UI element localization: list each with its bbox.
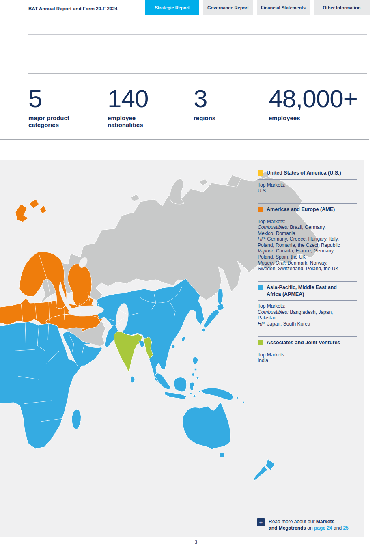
map-region-australia	[183, 402, 230, 449]
stat-value: 3	[194, 86, 215, 111]
legend-item-ame: Americas and Europe (AME)Top Markets:Com…	[258, 203, 357, 272]
map-region-taiwan	[181, 336, 186, 342]
report-page: BAT Annual Report and Form 20-F 2024 Str…	[0, 0, 392, 554]
tab-financial-statements[interactable]: Financial Statements	[257, 0, 310, 15]
stat-value: 5	[28, 86, 69, 111]
map-region-svalbard	[15, 199, 46, 222]
stat-value: 48,000+	[269, 86, 358, 111]
map-region-kyushu	[202, 328, 205, 332]
page-link[interactable]: 25	[343, 525, 348, 531]
apmea-color-swatch	[258, 285, 263, 290]
stat-2: 140employee nationalities	[108, 86, 148, 129]
stat-label: major product categories	[28, 115, 69, 129]
stat-label: employees	[269, 115, 358, 122]
page-link[interactable]: page 24	[314, 525, 332, 531]
map-island	[190, 393, 192, 395]
read-more-note: + Read more about our Marketsand Megatre…	[257, 518, 349, 531]
tab-bar: Strategic ReportGovernance ReportFinanci…	[145, 0, 370, 15]
legend-rule	[258, 300, 357, 301]
legend-title: Americas and Europe (AME)	[267, 206, 335, 213]
map-island	[237, 397, 239, 399]
divider-above-map	[0, 139, 369, 140]
map-island	[193, 395, 196, 397]
legend-rule	[258, 216, 357, 216]
map-region-india	[114, 330, 142, 373]
associates-color-swatch	[258, 340, 263, 345]
legend-item-associates: Associates and Joint VenturesTop Markets…	[258, 336, 357, 364]
divider-top	[28, 34, 367, 35]
legend-body: Top Markets:U.S.	[258, 182, 357, 194]
map-region-java	[164, 392, 186, 399]
stat-label: regions	[194, 115, 215, 122]
map-region-sakhalin	[218, 289, 223, 305]
divider-middle	[28, 73, 367, 74]
map-region-hainan	[172, 345, 175, 348]
map-region-asia-apmea	[97, 279, 204, 382]
legend-title: Associates and Joint Ventures	[267, 339, 340, 346]
map-region-japan	[204, 303, 224, 328]
map-island	[192, 373, 195, 376]
report-title: BAT Annual Report and Form 20-F 2024	[28, 6, 118, 11]
map-region-bangladesh	[139, 340, 144, 348]
tab-other-information[interactable]: Other Information	[314, 0, 370, 15]
plus-icon[interactable]: +	[257, 518, 265, 526]
map-region-madagascar	[72, 409, 81, 429]
world-map-section: United States of America (U.S.)Top Marke…	[0, 160, 364, 537]
map-island	[199, 391, 201, 393]
map-region-borneo	[174, 377, 187, 392]
legend-item-us: United States of America (U.S.)Top Marke…	[258, 167, 357, 194]
map-region-philippines	[193, 357, 198, 364]
legend-item-apmea: Asia-Pacific, Middle East and Africa (AP…	[258, 281, 357, 327]
map-island	[194, 368, 197, 371]
stat-value: 140	[108, 86, 148, 111]
tab-strategic-report[interactable]: Strategic Report	[145, 0, 199, 15]
stat-3: 3regions	[194, 86, 215, 122]
map-island	[196, 377, 199, 379]
read-more-text: Read more about our Marketsand Megatrend…	[269, 518, 349, 531]
legend-body: Top Markets:Combustibles: Bangladesh, Ja…	[258, 303, 357, 327]
stats-row: 5major product categories140employee nat…	[0, 86, 392, 131]
map-region-tasmania	[220, 452, 224, 458]
map-region-sulawesi	[190, 382, 194, 391]
stat-1: 5major product categories	[28, 86, 69, 129]
page-number: 3	[0, 539, 392, 545]
ame-color-swatch	[258, 207, 263, 212]
map-region-sri-lanka	[131, 376, 135, 383]
legend-body: Top Markets:India	[258, 352, 357, 364]
stat-label: employee nationalities	[108, 115, 148, 129]
map-region-new-guinea	[201, 388, 233, 401]
map-region-new-zealand	[254, 459, 275, 481]
stat-4: 48,000+employees	[269, 86, 358, 122]
legend-rule	[258, 349, 357, 349]
us-color-swatch	[258, 170, 263, 176]
legend-title: Asia-Pacific, Middle East and Africa (AP…	[267, 284, 350, 297]
map-island	[243, 401, 244, 403]
legend-body: Top Markets:Combustibles: Brazil, German…	[258, 219, 357, 272]
legend-title: United States of America (U.S.)	[267, 170, 341, 177]
legend-rule	[258, 179, 357, 180]
tab-governance-report[interactable]: Governance Report	[203, 0, 253, 15]
